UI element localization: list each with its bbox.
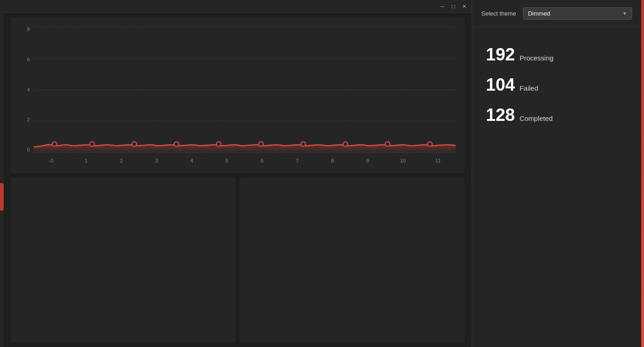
theme-selector-row: Select theme Dimmed ▼ (472, 0, 641, 27)
content-area: 8 6 4 2 0 (4, 13, 472, 347)
right-sidebar: Select theme Dimmed ▼ 192 Processing 104… (472, 0, 641, 347)
stat-number-failed: 104 (486, 76, 515, 93)
stat-label-completed: Completed (519, 114, 553, 122)
grid-line-6 (33, 58, 456, 59)
svg-point-4 (216, 142, 221, 146)
stat-label-failed: Failed (519, 84, 538, 92)
x-label-10: 10 (385, 158, 421, 163)
stat-row-processing: 192 Processing (486, 46, 627, 63)
svg-point-9 (428, 142, 432, 146)
close-button[interactable]: ✕ (461, 3, 468, 10)
minimize-button[interactable]: ─ (439, 3, 446, 10)
grid-line-8 (33, 27, 456, 27)
grid-line-2 (33, 121, 456, 121)
chart-inner: 8 6 4 2 0 (20, 27, 456, 166)
stats-section: 192 Processing 104 Failed 128 Completed (472, 27, 641, 142)
stat-row-completed: 128 Completed (486, 106, 627, 124)
chart-container: 8 6 4 2 0 (11, 17, 465, 173)
svg-point-3 (174, 142, 179, 146)
chart-plot (33, 27, 456, 152)
theme-select-value: Dimmed (528, 10, 550, 17)
svg-point-2 (132, 142, 137, 146)
bottom-panel-left (11, 178, 236, 342)
svg-point-8 (385, 142, 390, 146)
x-label-3: 3 (139, 158, 174, 163)
svg-point-0 (52, 142, 57, 146)
app-window: ─ □ ✕ 8 6 4 2 0 (0, 0, 644, 347)
svg-point-1 (90, 142, 94, 146)
bottom-panels (11, 178, 465, 342)
stat-label-processing: Processing (519, 54, 553, 62)
bottom-panel-right (240, 178, 465, 342)
x-label-1: 1 (69, 158, 104, 163)
x-label-8: 8 (315, 158, 350, 163)
x-label-6: 6 (245, 158, 280, 163)
x-label-4: 4 (174, 158, 209, 163)
x-label-7: 7 (280, 158, 315, 163)
y-label-4: 4 (27, 87, 30, 92)
x-label-5: 5 (209, 158, 245, 163)
svg-point-5 (259, 142, 263, 146)
y-label-0: 0 (27, 147, 30, 152)
y-label-2: 2 (27, 117, 30, 122)
x-axis: -0 1 2 3 4 5 6 7 8 9 10 11 (33, 155, 456, 166)
x-label-2: 2 (104, 158, 139, 163)
x-label-9: 9 (350, 158, 385, 163)
x-label-11: 11 (420, 158, 456, 163)
y-axis: 8 6 4 2 0 (20, 27, 33, 152)
chevron-down-icon: ▼ (622, 11, 627, 16)
theme-label: Select theme (481, 10, 516, 17)
stat-number-completed: 128 (486, 106, 515, 124)
title-bar: ─ □ ✕ (4, 0, 472, 13)
x-label-0: -0 (33, 158, 69, 163)
theme-select-dropdown[interactable]: Dimmed ▼ (523, 7, 632, 20)
stat-number-processing: 192 (486, 46, 515, 63)
y-label-8: 8 (27, 27, 30, 32)
svg-point-7 (343, 142, 347, 146)
right-edge-accent (641, 0, 644, 347)
main-content: ─ □ ✕ 8 6 4 2 0 (4, 0, 472, 347)
grid-line-0 (33, 152, 456, 153)
y-label-6: 6 (27, 57, 30, 62)
svg-point-6 (301, 142, 305, 146)
stat-row-failed: 104 Failed (486, 76, 627, 93)
maximize-button[interactable]: □ (450, 3, 457, 10)
left-edge-tab (0, 183, 4, 211)
grid-line-4 (33, 90, 456, 90)
left-edge (0, 0, 4, 347)
